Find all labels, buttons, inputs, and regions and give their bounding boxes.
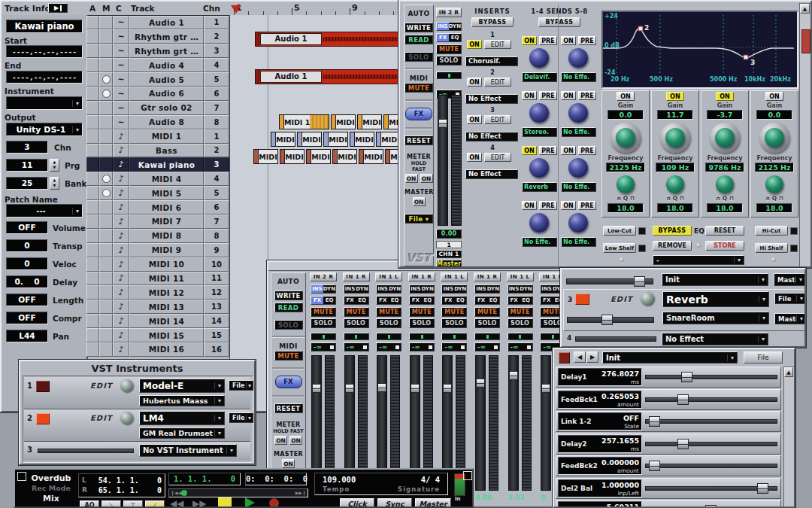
insert-dynamics-buttons[interactable]: INSDYN: [409, 284, 435, 294]
mute-cell[interactable]: [99, 87, 113, 101]
arm-cell[interactable]: [86, 272, 99, 286]
level-knob[interactable]: [120, 412, 133, 424]
rewind-end-icon[interactable]: ❙◀◀: [171, 490, 181, 495]
track-channel[interactable]: 5: [204, 72, 229, 87]
mute-button[interactable]: MUTE: [441, 307, 467, 317]
track-name[interactable]: MIDI 13: [129, 300, 204, 314]
shuttle-handle[interactable]: [181, 490, 187, 496]
fx-eq-buttons[interactable]: FXEQ: [474, 296, 500, 305]
effect4-level-slider[interactable]: [575, 336, 656, 342]
fader-handle[interactable]: [509, 371, 518, 380]
fader-handle[interactable]: [411, 384, 420, 393]
mute-cell[interactable]: [99, 200, 113, 214]
insert-dynamics-buttons[interactable]: INSDYN: [474, 284, 500, 294]
track-channel[interactable]: 1: [204, 129, 229, 144]
insert-effect-name[interactable]: Chorusif.: [465, 56, 518, 66]
midi-part[interactable]: MIDI: [323, 132, 348, 147]
mute-button[interactable]: MUTE: [311, 307, 336, 317]
scroll-up-button[interactable]: ▲: [800, 4, 810, 14]
arm-cell[interactable]: [86, 144, 99, 158]
mute-cell[interactable]: [99, 328, 113, 342]
peak-indicator[interactable]: [330, 345, 334, 349]
fx-eq-buttons[interactable]: FXEQ: [409, 296, 435, 305]
track-name[interactable]: Audio 8: [129, 115, 204, 129]
play-button[interactable]: [245, 497, 255, 508]
low-cut-button[interactable]: Low-Cut: [603, 226, 636, 236]
send-level-knob[interactable]: [568, 103, 588, 123]
mute-cell[interactable]: [99, 101, 113, 115]
arm-cell[interactable]: [86, 186, 99, 200]
parameter-slider[interactable]: [645, 391, 780, 409]
midi-part[interactable]: MIDI: [280, 149, 304, 164]
track-name[interactable]: Audio 1: [129, 16, 204, 30]
insert-effect-name[interactable]: No Effect: [465, 94, 518, 104]
mute-cell[interactable]: [99, 16, 113, 30]
mute-cell[interactable]: [99, 257, 113, 272]
insert-on-button[interactable]: ON: [467, 40, 482, 49]
insert-on-button[interactable]: ON: [467, 78, 482, 87]
fx-eq-buttons[interactable]: FXEQ: [376, 296, 401, 305]
slider-handle[interactable]: [705, 505, 717, 508]
compr-value[interactable]: OFF: [6, 312, 48, 324]
solo-button[interactable]: SOLO: [441, 318, 467, 328]
send-on-button[interactable]: ON: [522, 201, 537, 210]
instrument1-preset-dropdown[interactable]: Hubertus Maass▾: [139, 395, 225, 406]
low-shelf-button[interactable]: Low Shelf: [603, 243, 636, 253]
eq-q-value[interactable]: 18.0: [707, 203, 743, 213]
pan-value[interactable]: L44: [6, 330, 48, 342]
send-knob[interactable]: [641, 292, 654, 306]
track-name[interactable]: MIDI 11: [129, 272, 204, 286]
track-name[interactable]: Audio 4: [129, 58, 204, 72]
volume-fader[interactable]: [475, 355, 486, 491]
slider-handle[interactable]: [677, 394, 689, 405]
mute-cell[interactable]: [99, 58, 113, 72]
arm-cell[interactable]: [86, 257, 99, 272]
track-channel[interactable]: 1: [204, 16, 229, 30]
midi-part[interactable]: MIDI: [376, 132, 401, 147]
file-button[interactable]: File: [744, 351, 783, 364]
volume-fader[interactable]: [541, 355, 551, 491]
edit-button[interactable]: EDIT: [90, 382, 113, 390]
send-effect-name[interactable]: No Effe.: [561, 127, 596, 137]
track-name[interactable]: Kawai piano: [129, 157, 204, 172]
track-channel[interactable]: 16: [204, 342, 229, 357]
solo-button[interactable]: SOLO: [311, 318, 336, 328]
stop-button[interactable]: [218, 497, 232, 508]
mute-cell[interactable]: [99, 129, 113, 144]
parameter-slider[interactable]: [645, 412, 780, 430]
arm-cell[interactable]: [86, 172, 99, 186]
track-name[interactable]: MIDI 6: [129, 200, 204, 214]
eq-frequency-value[interactable]: 109 Hz: [656, 163, 695, 172]
send-level-knob[interactable]: [529, 158, 549, 178]
slider-handle[interactable]: [757, 483, 768, 494]
curve-tool-button[interactable]: ⟍: [102, 500, 121, 508]
midi-mute-button[interactable]: MUTE: [274, 351, 303, 360]
effect3-file-menu[interactable]: File▾: [774, 293, 806, 304]
input-routing-button[interactable]: IN 2 R: [436, 8, 462, 17]
track-name[interactable]: MIDI 16: [129, 342, 204, 357]
master-on-button[interactable]: ON: [413, 197, 426, 206]
arm-cell[interactable]: [86, 243, 99, 257]
next-preset-button[interactable]: ▶: [586, 351, 598, 363]
volume-fader[interactable]: [508, 355, 519, 491]
mute-cell[interactable]: [99, 186, 113, 200]
track-channel[interactable]: 13: [204, 300, 229, 314]
fast-forward-button[interactable]: ▶▶: [192, 498, 206, 508]
insert-effect-name[interactable]: No Effect: [465, 132, 518, 141]
send-pre-button[interactable]: PRE: [578, 36, 596, 45]
send-level-knob[interactable]: [529, 48, 549, 68]
eq-gain-value[interactable]: 11.7: [657, 110, 693, 120]
mute-cell[interactable]: [99, 157, 113, 172]
track-channel[interactable]: 7: [204, 214, 229, 229]
effect3-output-dropdown[interactable]: Master▾: [774, 313, 806, 324]
fader-handle[interactable]: [345, 384, 354, 393]
slider-handle[interactable]: [677, 439, 689, 449]
send-on-button[interactable]: ON: [561, 201, 576, 210]
edit-button[interactable]: EDIT: [90, 414, 113, 422]
insert-edit-button[interactable]: EDIT: [484, 153, 511, 162]
fader-handle[interactable]: [377, 383, 386, 392]
instrument-dropdown[interactable]: ▾: [6, 96, 83, 110]
mute-cell[interactable]: [99, 272, 113, 286]
scroll-thumb[interactable]: [801, 29, 810, 53]
input-routing-button[interactable]: IN 1 R: [408, 272, 435, 281]
